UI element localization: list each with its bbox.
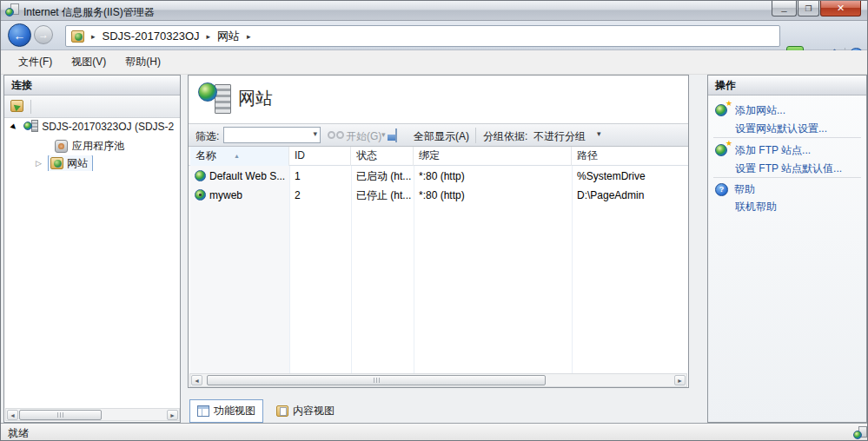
tree-node-sites[interactable]: ▷ 网站 <box>4 155 180 171</box>
cell-name: Default Web S... <box>209 167 288 186</box>
cell-id: 2 <box>295 186 347 205</box>
menu-view[interactable]: 视图(V) <box>71 55 106 69</box>
list-horizontal-scrollbar[interactable]: ◄ ► <box>189 373 687 387</box>
help-icon: ? <box>715 183 728 196</box>
expander-closed-icon[interactable]: ▷ <box>36 159 42 168</box>
menu-file[interactable]: 文件(F) <box>18 55 52 69</box>
go-button: 开始(G) <box>346 129 381 144</box>
scroll-left-icon[interactable]: ◄ <box>191 375 202 385</box>
content-view-icon <box>276 405 288 417</box>
action-online-help[interactable]: 联机帮助 <box>715 199 863 214</box>
cell-binding: *:80 (http) <box>419 186 567 205</box>
chevron-down-icon[interactable]: ▾ <box>313 129 317 138</box>
column-header-path[interactable]: 路径 <box>572 147 688 166</box>
sort-ascending-icon: ▲ <box>234 147 240 165</box>
star-icon: ★ <box>726 139 732 148</box>
menu-help[interactable]: 帮助(H) <box>125 55 161 69</box>
actions-divider <box>713 137 861 138</box>
close-button[interactable]: ✕ <box>820 1 861 16</box>
breadcrumb-separator-icon: ▸ <box>207 32 211 41</box>
chevron-down-icon: ▾ <box>381 130 386 139</box>
table-row-myweb[interactable]: myweb 2 已停止 (ht... *:80 (http) D:\PageAd… <box>189 186 688 205</box>
scrollbar-thumb[interactable] <box>19 410 102 420</box>
table-row-default-web-site[interactable]: Default Web S... 1 已启动 (ht... *:80 (http… <box>189 167 688 186</box>
save-connection-icon[interactable] <box>10 100 23 112</box>
cell-path: D:\PageAdmin <box>577 186 688 205</box>
breadcrumb-server[interactable]: SDJS-20170323OJ <box>103 30 200 43</box>
back-button[interactable]: ← <box>8 23 31 47</box>
scroll-right-icon[interactable]: ► <box>674 375 686 385</box>
sites-page-icon <box>198 82 235 116</box>
site-started-icon <box>195 170 206 181</box>
breadcrumb-sites[interactable]: 网站 <box>217 29 240 44</box>
expander-open-icon[interactable]: ▶ <box>10 122 19 132</box>
add-ftp-icon: ★ <box>715 143 729 157</box>
show-all-icon <box>395 128 397 142</box>
show-all-button[interactable]: 全部显示(A) <box>414 129 469 144</box>
selected-tree-item[interactable]: 网站 <box>48 155 93 171</box>
go-search-icon <box>328 131 344 139</box>
tab-features-view[interactable]: 功能视图 <box>189 399 263 423</box>
column-header-status[interactable]: 状态 <box>351 147 414 166</box>
group-by-label: 分组依据: <box>483 129 527 144</box>
tree-node-server[interactable]: ▶ SDJS-20170323OJ (SDJS-2 <box>4 119 180 135</box>
action-site-defaults[interactable]: 设置网站默认设置... <box>715 121 863 136</box>
cell-name: myweb <box>209 186 288 205</box>
minimize-button[interactable]: ─ <box>772 1 797 16</box>
column-header-name[interactable]: ▲ 名称 <box>190 147 289 166</box>
address-bar[interactable]: ▸ SDJS-20170323OJ ▸ 网站 ▸ <box>65 25 780 47</box>
cell-binding: *:80 (http) <box>419 167 567 186</box>
connections-horizontal-scrollbar[interactable]: ◄ ► <box>5 408 180 421</box>
server-icon <box>23 120 38 134</box>
scroll-right-icon[interactable]: ► <box>167 410 178 420</box>
sites-folder-icon <box>50 157 63 169</box>
features-view-icon <box>197 405 209 417</box>
menu-bar: 文件(F) 视图(V) 帮助(H) <box>1 50 867 75</box>
column-header-id[interactable]: ID <box>289 147 351 166</box>
actions-header: 操作 <box>708 76 866 95</box>
iis-status-icon <box>853 426 867 440</box>
action-add-website[interactable]: ★ 添加网站... <box>715 102 863 118</box>
action-ftp-defaults[interactable]: 设置 FTP 站点默认值... <box>715 161 863 176</box>
restore-button[interactable]: ❐ <box>798 1 819 16</box>
breadcrumb-separator-icon: ▸ <box>247 32 251 41</box>
status-text: 就绪 <box>8 426 29 441</box>
tab-content-view[interactable]: 内容视图 <box>268 399 342 423</box>
app-icon <box>5 3 19 17</box>
tree-node-label: SDJS-20170323OJ (SDJS-2 <box>42 121 174 133</box>
site-stopped-icon <box>195 189 206 201</box>
group-by-value[interactable]: 不进行分组 <box>533 129 586 144</box>
forward-button[interactable]: → <box>34 25 53 44</box>
scroll-left-icon[interactable]: ◄ <box>7 410 18 420</box>
filter-label: 筛选: <box>195 129 219 144</box>
column-header-binding[interactable]: 绑定 <box>414 147 572 166</box>
title-bar: Internet 信息服务(IIS)管理器 ─ ❐ ✕ <box>1 1 867 21</box>
window-controls: ─ ❐ ✕ <box>771 1 861 16</box>
tab-label: 功能视图 <box>214 404 255 418</box>
star-icon: ★ <box>726 99 732 108</box>
tree-node-label: 网站 <box>67 156 88 171</box>
navigation-bar: ← → ▸ SDJS-20170323OJ ▸ 网站 ▸ ⇄ ✕ ? <box>1 21 867 50</box>
filter-input[interactable]: ▾ <box>223 127 321 143</box>
toolbar-divider <box>475 128 476 143</box>
window-title: Internet 信息服务(IIS)管理器 <box>23 5 155 20</box>
actions-panel: 操作 ★ 添加网站... 设置网站默认设置... ★ 添加 FTP 站点... … <box>707 75 867 423</box>
action-help[interactable]: ? 帮助 <box>715 181 863 197</box>
filter-toolbar: 筛选: ▾ 开始(G) ▾ 全部显示(A) 分组依据: 不进行分组 ▾ <box>189 123 688 147</box>
actions-divider <box>713 177 861 178</box>
sites-folder-icon <box>71 30 84 43</box>
add-site-icon: ★ <box>715 103 729 117</box>
chevron-down-icon[interactable]: ▾ <box>597 129 601 138</box>
cell-id: 1 <box>295 167 347 186</box>
action-add-ftp-site[interactable]: ★ 添加 FTP 站点... <box>715 142 863 158</box>
tree-node-label: 应用程序池 <box>72 139 124 154</box>
iis-manager-window: Internet 信息服务(IIS)管理器 ─ ❐ ✕ ← → ▸ SDJS-2… <box>0 0 868 441</box>
tree-node-app-pools[interactable]: 应用程序池 <box>4 138 180 154</box>
breadcrumb-separator-icon: ▸ <box>91 32 96 41</box>
tab-label: 内容视图 <box>293 404 335 418</box>
list-header-row: ▲ 名称 ID 状态 绑定 路径 <box>189 147 688 166</box>
status-bar: 就绪 <box>1 423 867 441</box>
cell-path: %SystemDrive <box>577 167 688 186</box>
scrollbar-thumb[interactable] <box>207 375 546 385</box>
application-pools-icon <box>55 140 68 153</box>
